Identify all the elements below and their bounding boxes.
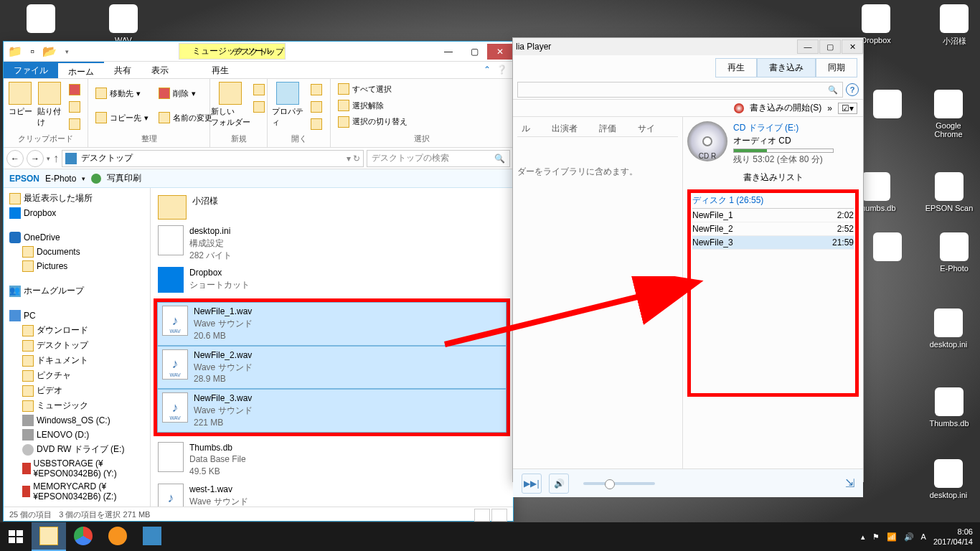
file-item[interactable]: NewFile_1.wavWave サウンド20.6 MB xyxy=(157,302,507,345)
desktop-icon[interactable]: WAV xyxy=(98,4,149,44)
file-item[interactable]: NewFile_2.wavWave サウンド28.9 MB xyxy=(157,346,507,389)
address-bar[interactable]: デスクトップ ▾ ↻ xyxy=(62,150,364,167)
cut-icon[interactable] xyxy=(66,82,83,98)
desktop-icon[interactable]: EPSON Scan xyxy=(924,172,974,212)
tree-drive-z[interactable]: MEMORYCARD (¥¥EPSON0342B6) (Z:) xyxy=(22,480,144,503)
ribbon-tab-file[interactable]: ファイル xyxy=(4,62,58,78)
new-folder-button[interactable]: 新しい フォルダー xyxy=(215,82,246,128)
desktop-icon[interactable] xyxy=(862,232,913,264)
forward-button[interactable]: → xyxy=(27,150,44,167)
taskbar-app[interactable] xyxy=(135,522,169,551)
invert-selection-button[interactable]: 選択の切り替え xyxy=(335,114,410,129)
print-photo-icon[interactable] xyxy=(91,174,101,184)
wmp-col-artist[interactable]: 出演者 xyxy=(552,123,578,135)
help-icon[interactable]: ❔ xyxy=(496,65,507,75)
tree-dropbox[interactable]: Dropbox xyxy=(9,206,144,220)
tray-clock[interactable]: 8:06 2017/04/14 xyxy=(933,527,973,547)
burn-list-item[interactable]: NewFile_12:02 xyxy=(692,209,854,222)
start-burn-button[interactable]: 書き込みの開始(S) xyxy=(750,102,821,114)
taskbar-chrome[interactable] xyxy=(66,522,100,551)
wmp-close-button[interactable]: ✕ xyxy=(842,39,863,54)
qat-dropdown-icon[interactable]: ▾ xyxy=(60,44,74,59)
desktop-icon[interactable] xyxy=(862,90,913,121)
explorer-titlebar[interactable]: 📁 ▫ 📂 ▾ ミュージック ツール デスクトップ — ▢ ✕ xyxy=(4,42,513,62)
burn-list-item[interactable]: NewFile_321:59 xyxy=(692,236,854,250)
desktop-icon[interactable]: desktop.ini xyxy=(923,309,974,349)
desktop-icon[interactable]: 小沼様 xyxy=(929,4,979,47)
paste-shortcut-icon[interactable] xyxy=(66,116,83,132)
qat-folder-icon[interactable]: 📂 xyxy=(42,44,57,59)
tree-onedrive[interactable]: OneDrive xyxy=(9,230,144,245)
move-to-button[interactable]: 移動先 ▾ xyxy=(93,85,151,101)
wmp-help-button[interactable]: ? xyxy=(846,83,859,96)
file-item[interactable]: desktop.ini構成設定282 バイト xyxy=(154,222,510,264)
tray-action-icon[interactable]: ⚑ xyxy=(872,532,880,542)
tray-volume-icon[interactable]: 🔊 xyxy=(904,532,914,542)
qat-properties-icon[interactable]: ▫ xyxy=(25,44,39,59)
easy-access-icon[interactable] xyxy=(250,99,268,115)
maximize-button[interactable]: ▢ xyxy=(461,44,487,60)
desktop-icon[interactable]: E-Photo xyxy=(929,232,979,273)
start-button[interactable] xyxy=(0,522,32,551)
wmp-next-button[interactable]: ▶▶| xyxy=(522,474,542,494)
search-input[interactable]: デスクトップの検索 🔍 xyxy=(367,150,510,167)
ribbon-collapse-icon[interactable]: ⌃ xyxy=(484,65,491,75)
burn-disc-header[interactable]: ディスク 1 (26:55) xyxy=(692,193,854,209)
tray-up-icon[interactable]: ▴ xyxy=(861,532,865,542)
navigation-tree[interactable]: 最近表示した場所 Dropbox OneDrive Documents Pict… xyxy=(4,188,151,507)
tree-videos[interactable]: ビデオ xyxy=(22,383,144,398)
wmp-minimize-button[interactable]: — xyxy=(797,39,819,54)
wmp-tab-burn[interactable]: 書き込み xyxy=(757,58,816,77)
file-list[interactable]: 小沼様desktop.ini構成設定282 バイトDropboxショートカットN… xyxy=(151,188,513,507)
copy-path-icon[interactable] xyxy=(66,99,83,115)
tree-documents[interactable]: ドキュメント xyxy=(22,353,144,368)
ribbon-tab-view[interactable]: 表示 xyxy=(141,62,179,78)
file-item[interactable]: Dropboxショートカット xyxy=(154,264,510,296)
wmp-maximize-button[interactable]: ▢ xyxy=(819,39,841,54)
history-icon[interactable] xyxy=(308,116,325,132)
print-photo-link[interactable]: 写真印刷 xyxy=(107,172,141,184)
burn-options-button[interactable]: ☑▾ xyxy=(838,103,857,114)
file-item[interactable]: Thumbs.dbData Base File49.5 KB xyxy=(154,439,510,481)
tree-music[interactable]: ミュージック xyxy=(22,398,144,413)
cd-drive-link[interactable]: CD ドライブ (E:) xyxy=(733,121,834,134)
tree-drive-c[interactable]: Windows8_OS (C:) xyxy=(22,413,144,428)
rename-button[interactable]: 名前の変更 xyxy=(156,110,215,126)
file-item[interactable]: NewFile_3.wavWave サウンド221 MB xyxy=(157,389,507,432)
tree-drive-d[interactable]: LENOVO (D:) xyxy=(22,428,144,442)
burn-list-item[interactable]: NewFile_22:52 xyxy=(692,222,854,236)
select-all-button[interactable]: すべて選択 xyxy=(335,82,410,97)
tree-drive-y[interactable]: USBSTORAGE (¥¥EPSON0342B6) (Y:) xyxy=(22,457,144,480)
ribbon-tab-share[interactable]: 共有 xyxy=(104,62,141,78)
new-item-icon[interactable] xyxy=(250,82,268,98)
tree-pc[interactable]: PC xyxy=(9,309,144,323)
wmp-volume-button[interactable]: 🔊 xyxy=(549,474,569,494)
wmp-tab-play[interactable]: 再生 xyxy=(715,58,757,77)
up-button[interactable]: ↑ xyxy=(53,152,59,165)
taskbar-wmp[interactable] xyxy=(100,522,135,551)
tree-onedrive-documents[interactable]: Documents xyxy=(22,245,144,259)
recent-locations-icon[interactable]: ▾ xyxy=(47,155,50,162)
wmp-col-title[interactable]: ル xyxy=(522,123,530,135)
close-button[interactable]: ✕ xyxy=(487,44,513,60)
edit-icon[interactable] xyxy=(308,99,325,115)
wmp-volume-slider[interactable] xyxy=(583,482,655,485)
back-button[interactable]: ← xyxy=(6,150,24,167)
wmp-switch-view-button[interactable]: ⇲ xyxy=(845,476,854,490)
wmp-tab-sync[interactable]: 同期 xyxy=(816,58,857,77)
file-item[interactable]: 小沼様 xyxy=(154,192,510,222)
tree-homegroup[interactable]: 👥ホームグループ xyxy=(9,283,144,298)
wmp-search-input[interactable] xyxy=(517,82,843,98)
desktop-icon[interactable]: Thumbs.db xyxy=(924,387,974,428)
desktop-icon[interactable]: desktop.ini xyxy=(923,459,974,499)
details-view-button[interactable] xyxy=(474,509,490,522)
wmp-col-rating[interactable]: 評価 xyxy=(599,123,616,135)
tree-desktop[interactable]: デスクトップ xyxy=(22,338,144,353)
wmp-titlebar[interactable]: lia Player — ▢ ✕ xyxy=(513,38,863,55)
tree-pictures[interactable]: ピクチャ xyxy=(22,368,144,383)
epson-dropdown-icon[interactable]: ▾ xyxy=(82,175,85,182)
ribbon-tab-home[interactable]: ホーム xyxy=(58,62,104,78)
delete-button[interactable]: 削除 ▾ xyxy=(156,85,215,101)
ephoto-link[interactable]: E-Photo xyxy=(45,174,76,184)
open-icon[interactable] xyxy=(308,82,325,98)
